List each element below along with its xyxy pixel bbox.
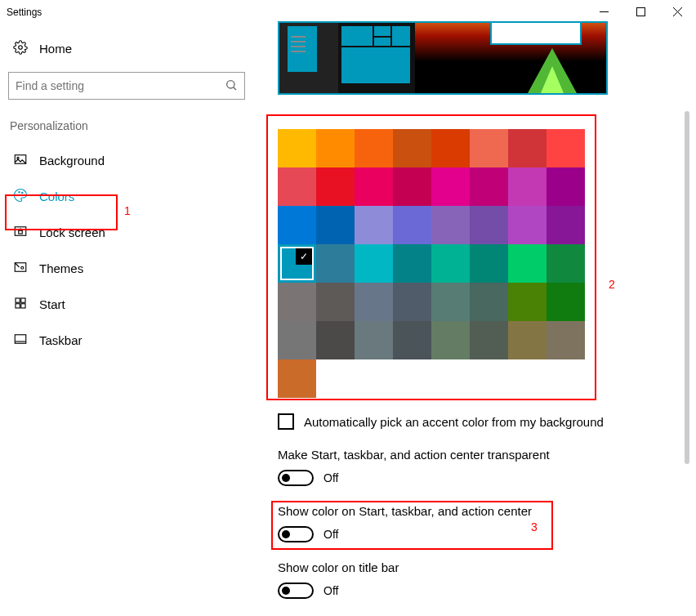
auto-accent-checkbox-row[interactable]: Automatically pick an accent color from … xyxy=(278,413,613,430)
toggle-show-color-start[interactable] xyxy=(278,526,314,542)
option-label: Show color on title bar xyxy=(278,560,613,574)
option-show-color-titlebar: Show color on title bar Off xyxy=(278,560,613,599)
color-swatch[interactable] xyxy=(470,321,508,359)
toggle-state: Off xyxy=(323,471,338,484)
preview-tiles xyxy=(338,23,415,93)
section-title: Personalization xyxy=(8,119,249,132)
color-swatch[interactable] xyxy=(393,167,431,206)
color-swatch[interactable] xyxy=(431,283,470,321)
color-swatch[interactable] xyxy=(470,129,508,167)
color-swatch[interactable] xyxy=(316,283,355,321)
color-swatch[interactable]: ✓ xyxy=(278,244,316,283)
color-swatch[interactable] xyxy=(431,167,470,206)
toggle-show-color-titlebar[interactable] xyxy=(278,583,314,599)
sidebar-item-background[interactable]: Background xyxy=(8,142,249,178)
color-swatch[interactable] xyxy=(316,321,355,359)
search-box[interactable] xyxy=(8,72,245,100)
sidebar-item-themes[interactable]: Themes xyxy=(8,250,249,286)
palette-icon xyxy=(13,188,28,205)
color-swatch[interactable] xyxy=(355,283,393,321)
color-swatch[interactable] xyxy=(547,167,585,206)
gear-icon xyxy=(13,40,28,57)
color-swatch[interactable] xyxy=(547,244,585,283)
color-swatch[interactable] xyxy=(508,167,547,206)
color-swatch[interactable] xyxy=(508,321,547,359)
color-swatch[interactable] xyxy=(278,206,316,244)
start-icon xyxy=(13,296,28,313)
color-swatch[interactable] xyxy=(547,206,585,244)
color-swatch[interactable] xyxy=(470,244,508,283)
maximize-button[interactable] xyxy=(622,0,659,23)
svg-rect-1 xyxy=(637,7,645,16)
color-swatch[interactable] xyxy=(393,321,431,359)
svg-rect-18 xyxy=(16,303,20,307)
color-swatch[interactable] xyxy=(355,129,393,167)
color-swatch[interactable] xyxy=(508,244,547,283)
preview-window xyxy=(490,21,582,45)
search-input[interactable] xyxy=(16,79,225,92)
checkbox-icon[interactable] xyxy=(278,413,294,430)
sidebar-item-label: Themes xyxy=(39,261,83,275)
color-swatch[interactable] xyxy=(278,321,316,359)
color-swatch[interactable] xyxy=(470,167,508,206)
color-swatch[interactable] xyxy=(316,244,355,283)
color-swatch[interactable] xyxy=(393,283,431,321)
annotation-number-3: 3 xyxy=(531,520,538,533)
svg-line-6 xyxy=(234,87,236,89)
scrollbar[interactable] xyxy=(685,111,689,464)
svg-rect-16 xyxy=(16,298,20,302)
color-swatch[interactable] xyxy=(431,129,470,167)
color-swatch[interactable] xyxy=(431,321,470,359)
color-swatch[interactable] xyxy=(547,129,585,167)
annotation-number-1: 1 xyxy=(124,204,131,217)
color-swatch[interactable] xyxy=(355,167,393,206)
home-button[interactable]: Home xyxy=(8,29,249,67)
svg-rect-20 xyxy=(15,334,26,343)
color-swatch[interactable] xyxy=(355,206,393,244)
color-swatch[interactable] xyxy=(393,129,431,167)
sidebar-item-taskbar[interactable]: Taskbar xyxy=(8,322,249,358)
color-swatch[interactable] xyxy=(508,206,547,244)
sidebar-item-start[interactable]: Start xyxy=(8,286,249,322)
color-swatch[interactable] xyxy=(316,167,355,206)
svg-point-15 xyxy=(21,266,24,269)
color-swatch[interactable] xyxy=(547,321,585,359)
search-icon xyxy=(225,78,238,94)
color-preview xyxy=(278,21,608,95)
svg-point-11 xyxy=(22,192,24,194)
color-swatch[interactable] xyxy=(547,283,585,321)
sidebar-item-label: Background xyxy=(39,154,105,167)
color-swatch[interactable] xyxy=(316,129,355,167)
themes-icon xyxy=(13,260,28,277)
color-swatch[interactable] xyxy=(355,244,393,283)
color-swatch[interactable] xyxy=(278,359,316,398)
sidebar-item-label: Lock screen xyxy=(39,225,105,239)
color-swatch[interactable] xyxy=(393,206,431,244)
color-swatch[interactable] xyxy=(431,244,470,283)
color-swatch[interactable] xyxy=(470,283,508,321)
sidebar-item-lockscreen[interactable]: Lock screen xyxy=(8,214,249,250)
svg-rect-12 xyxy=(15,226,26,235)
close-button[interactable] xyxy=(659,0,696,23)
color-swatch[interactable] xyxy=(278,129,316,167)
toggle-state: Off xyxy=(323,528,338,541)
minimize-button[interactable] xyxy=(586,0,622,23)
svg-point-4 xyxy=(19,45,23,49)
option-transparent: Make Start, taskbar, and action center t… xyxy=(278,448,613,486)
sidebar: Home Personalization Background Colors L… xyxy=(8,29,249,358)
color-swatch[interactable] xyxy=(508,283,547,321)
color-swatch[interactable] xyxy=(355,321,393,359)
color-swatch[interactable] xyxy=(508,129,547,167)
accent-color-palette: ✓ xyxy=(278,129,588,398)
color-swatch[interactable] xyxy=(278,283,316,321)
toggle-transparent[interactable] xyxy=(278,470,314,486)
color-swatch[interactable] xyxy=(278,167,316,206)
color-swatch[interactable] xyxy=(431,206,470,244)
color-swatch[interactable] xyxy=(470,206,508,244)
color-swatch[interactable] xyxy=(393,244,431,283)
main-content: ✓ Automatically pick an accent color fro… xyxy=(278,21,613,599)
home-label: Home xyxy=(39,42,72,56)
taskbar-icon xyxy=(13,332,28,349)
color-swatch[interactable] xyxy=(316,206,355,244)
svg-rect-17 xyxy=(21,298,25,302)
